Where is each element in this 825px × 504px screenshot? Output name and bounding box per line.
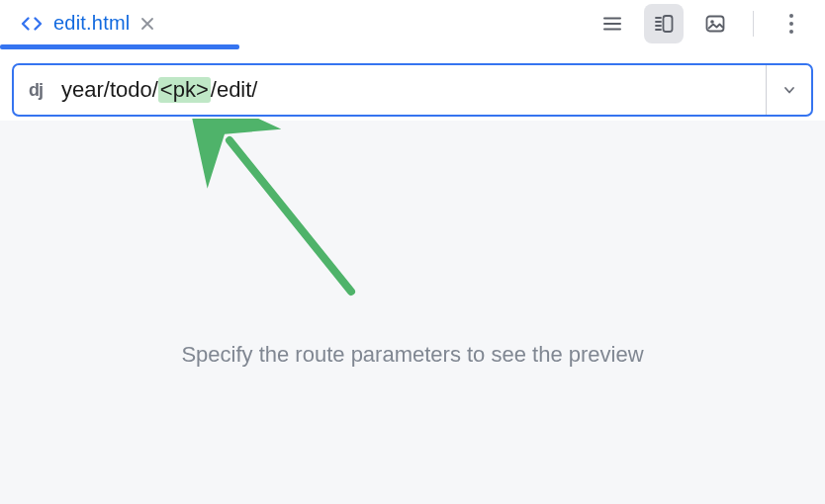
route-dropdown-button[interactable] [766,65,811,115]
code-icon [20,12,44,36]
split-view-icon [653,13,675,35]
more-menu-button[interactable] [772,4,811,43]
route-field[interactable]: dj year/todo/<pk>/edit/ [14,65,766,115]
django-icon: dj [24,80,47,101]
editor-toolbar [593,0,819,46]
chevron-down-icon [781,82,797,98]
route-param-token: <pk> [158,77,211,103]
tab-edit-html[interactable]: edit.html [0,0,173,46]
preview-empty-message: Specify the route parameters to see the … [181,342,643,368]
route-suffix: /edit/ [211,77,258,103]
tab-label: edit.html [53,12,130,35]
close-icon[interactable] [139,16,155,32]
image-view-button[interactable] [695,4,735,43]
split-view-button[interactable] [644,4,684,43]
list-view-button[interactable] [593,4,632,43]
active-tab-indicator [0,44,239,49]
toolbar-divider [753,11,754,37]
route-address-bar[interactable]: dj year/todo/<pk>/edit/ [12,63,813,117]
list-view-icon [601,13,623,35]
image-view-icon [704,13,726,35]
svg-point-2 [710,20,714,24]
kebab-menu-icon [789,14,793,34]
route-prefix: year/todo/ [61,77,158,103]
svg-rect-0 [664,16,673,32]
route-text: year/todo/<pk>/edit/ [61,77,257,103]
preview-pane: Specify the route parameters to see the … [0,121,825,504]
editor-tab-bar: edit.html [0,0,825,49]
